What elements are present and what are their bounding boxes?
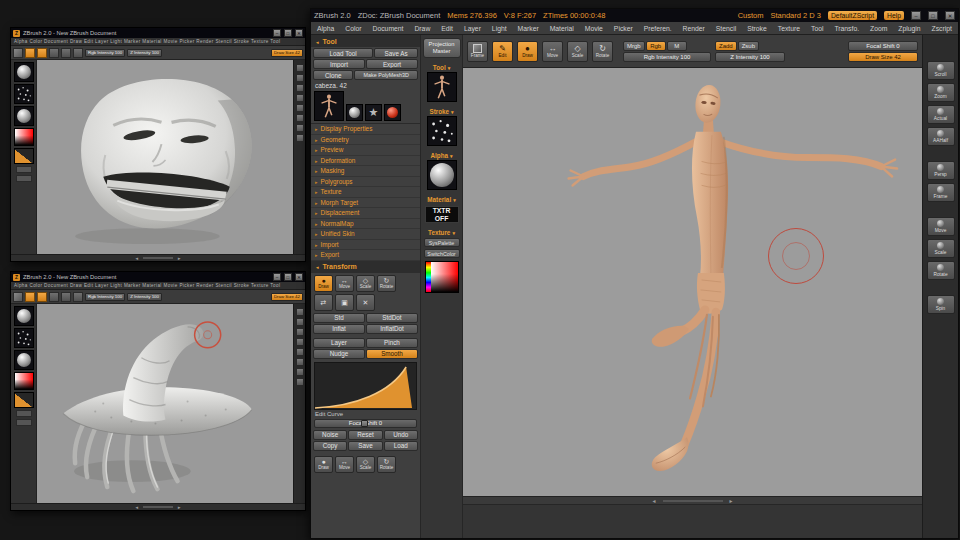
noise-button[interactable]: Noise bbox=[313, 430, 347, 440]
right-shelf-button[interactable]: Zoom bbox=[927, 83, 955, 102]
projection-master-button[interactable]: Projection Master bbox=[423, 38, 461, 58]
gyro-move-button[interactable]: ↔Move bbox=[335, 456, 354, 473]
subpalette-row[interactable]: Polygroups bbox=[311, 177, 420, 188]
material-thumbnail[interactable] bbox=[14, 350, 34, 370]
menu-item[interactable]: Stroke bbox=[747, 25, 767, 32]
menu-bar[interactable]: Alpha Color Document Draw Edit Layer Lig… bbox=[11, 282, 305, 290]
canvas[interactable] bbox=[37, 304, 293, 503]
scale-button[interactable] bbox=[61, 48, 71, 58]
scale-button[interactable] bbox=[61, 292, 71, 302]
undo-button[interactable]: Undo bbox=[384, 430, 418, 440]
right-shelf-button[interactable]: Spin bbox=[927, 295, 955, 314]
shelf-button[interactable] bbox=[296, 104, 304, 112]
horizontal-scrollbar[interactable] bbox=[463, 496, 922, 504]
stroke-thumbnail[interactable] bbox=[14, 84, 34, 104]
rotate-mode-button[interactable]: ↻Rotate bbox=[377, 275, 396, 292]
draw-size-slider[interactable]: Draw Size 42 bbox=[271, 293, 303, 301]
stroke-thumbnail[interactable] bbox=[14, 328, 34, 348]
move-button[interactable]: ↔Move bbox=[542, 41, 563, 62]
scrollbar[interactable] bbox=[11, 254, 305, 261]
pinch-brush-button[interactable]: Pinch bbox=[366, 338, 418, 348]
scroll-left-icon[interactable] bbox=[135, 505, 139, 510]
subpalette-row[interactable]: NormalMap bbox=[311, 219, 420, 230]
material-thumbnail[interactable] bbox=[427, 160, 457, 190]
menu-item[interactable]: Alpha bbox=[317, 25, 334, 32]
right-shelf-button[interactable]: Move bbox=[927, 217, 955, 236]
subpalette-row[interactable]: Unified Skin bbox=[311, 229, 420, 240]
close-button[interactable] bbox=[295, 29, 303, 37]
layer-brush-button[interactable]: Layer bbox=[313, 338, 365, 348]
reset-button[interactable]: Reset bbox=[348, 430, 382, 440]
draw-size-slider[interactable]: Draw Size 42 bbox=[271, 49, 303, 57]
zsub-button[interactable]: Zsub bbox=[738, 41, 759, 51]
color-picker[interactable] bbox=[425, 261, 459, 293]
minimize-button[interactable] bbox=[273, 273, 281, 281]
load-button[interactable]: Load bbox=[384, 441, 418, 451]
subpalette-row[interactable]: Texture bbox=[311, 187, 420, 198]
move-button[interactable] bbox=[49, 48, 59, 58]
edit-button[interactable]: ✎Edit bbox=[492, 41, 513, 62]
shelf-button[interactable] bbox=[296, 318, 304, 326]
transform-palette-header[interactable]: Transform bbox=[311, 261, 420, 273]
title-bar[interactable]: ZBrush 2.0 - New ZBrush Document bbox=[11, 28, 305, 38]
save-as-button[interactable]: Save As bbox=[374, 48, 418, 58]
title-bar[interactable]: ZBrush 2.0 - New ZBrush Document bbox=[11, 272, 305, 282]
menu-items[interactable]: Alpha Color Document Draw Edit Layer Lig… bbox=[14, 39, 280, 44]
shelf-button[interactable] bbox=[16, 175, 32, 182]
saturation-value-square[interactable] bbox=[431, 262, 458, 292]
menu-item[interactable]: Preferen. bbox=[644, 25, 672, 32]
gyro-rotate-button[interactable]: ↻Rotate bbox=[377, 456, 396, 473]
z-intensity-slider[interactable]: Z Intensity 100 bbox=[715, 52, 785, 62]
inflatdot-brush-button[interactable]: InflatDot bbox=[366, 324, 418, 334]
collapse-arrow-icon[interactable] bbox=[315, 38, 319, 45]
scale-mode-button[interactable]: ◇Scale bbox=[356, 275, 375, 292]
scroll-left-icon[interactable] bbox=[135, 256, 139, 261]
subpalette-row[interactable]: Deformation bbox=[311, 156, 420, 167]
edit-button[interactable] bbox=[25, 48, 35, 58]
inflat-brush-button[interactable]: Inflat bbox=[313, 324, 365, 334]
rotate-button[interactable] bbox=[73, 292, 83, 302]
shelf-button[interactable] bbox=[296, 94, 304, 102]
scroll-left-icon[interactable] bbox=[652, 498, 657, 504]
scroll-track[interactable] bbox=[663, 500, 723, 502]
m-button[interactable]: M bbox=[667, 41, 687, 51]
maximize-button[interactable] bbox=[284, 273, 292, 281]
right-shelf-button[interactable]: Scroll bbox=[927, 61, 955, 80]
shelf-button[interactable] bbox=[296, 358, 304, 366]
tool-preset-star[interactable] bbox=[365, 104, 382, 121]
draw-button[interactable]: ●Draw bbox=[517, 41, 538, 62]
color-picker[interactable] bbox=[14, 372, 34, 390]
canvas[interactable] bbox=[37, 60, 293, 254]
rotate-button[interactable] bbox=[73, 48, 83, 58]
menu-bar[interactable]: Alpha Color Document Draw Edit Layer Lig… bbox=[11, 38, 305, 46]
slider-knob[interactable] bbox=[361, 420, 368, 427]
symmetry-button[interactable]: ⇄ bbox=[314, 294, 333, 311]
tool-palette-header[interactable]: Tool bbox=[311, 35, 420, 47]
texture-shelf-label[interactable]: Texture bbox=[428, 229, 455, 236]
focal-shift-slider[interactable]: Focal Shift 0 bbox=[848, 41, 918, 51]
color-picker[interactable] bbox=[14, 128, 34, 146]
minimize-button[interactable] bbox=[273, 29, 281, 37]
menu-items[interactable]: Alpha Color Document Draw Edit Layer Lig… bbox=[14, 283, 280, 288]
minimize-button[interactable] bbox=[911, 11, 921, 20]
shelf-button[interactable] bbox=[16, 166, 32, 173]
witch-hat-model[interactable] bbox=[37, 304, 293, 503]
menu-item[interactable]: Picker bbox=[614, 25, 633, 32]
copy-button[interactable]: Copy bbox=[313, 441, 347, 451]
menu-item[interactable]: Layer bbox=[464, 25, 481, 32]
tool-thumbnail[interactable] bbox=[14, 62, 34, 82]
maximize-button[interactable] bbox=[928, 11, 938, 20]
ui-config-label[interactable]: Standard 2 D 3 bbox=[771, 11, 821, 20]
clone-button[interactable]: Clone bbox=[313, 70, 353, 80]
tool-thumbnail[interactable] bbox=[14, 306, 34, 326]
menu-item[interactable]: Zoom bbox=[870, 25, 887, 32]
curve-editor-thumb[interactable] bbox=[14, 392, 34, 408]
axis-button[interactable]: ✕ bbox=[356, 294, 375, 311]
scroll-right-icon[interactable] bbox=[177, 505, 181, 510]
character-model[interactable] bbox=[463, 68, 922, 496]
menu-item[interactable]: Transfo. bbox=[834, 25, 859, 32]
switchcolor-button[interactable]: SwitchColor bbox=[424, 249, 460, 258]
head-sculpt-model[interactable] bbox=[37, 60, 293, 254]
draw-button[interactable] bbox=[37, 48, 47, 58]
subpalette-row[interactable]: Export bbox=[311, 250, 420, 261]
